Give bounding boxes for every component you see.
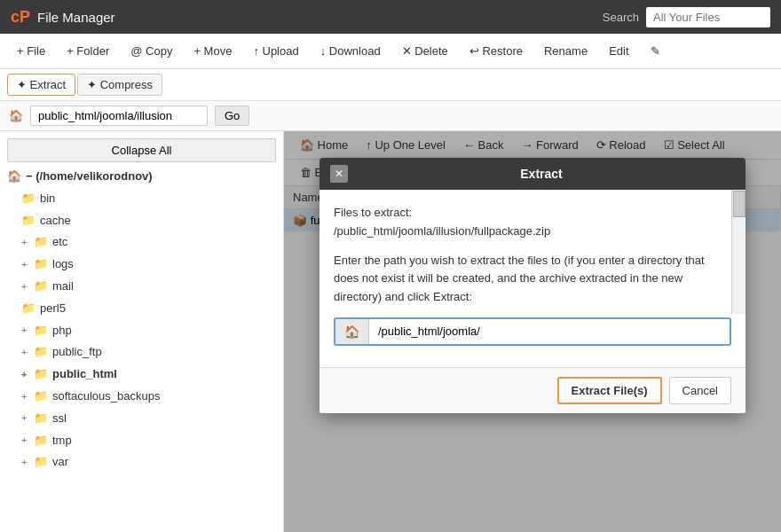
folder-icon: 📁	[34, 343, 48, 362]
main-container: Collapse All 🏠− (/home/velikorodnov)📁bin…	[0, 131, 781, 532]
modal-files-label: Files to extract: /public_html/joomla/il…	[334, 204, 731, 241]
modal-file-path: /public_html/joomla/illusion/fullpackage…	[334, 224, 550, 238]
search-input[interactable]	[646, 7, 770, 27]
sidebar: Collapse All 🏠− (/home/velikorodnov)📁bin…	[0, 131, 284, 532]
tree-label: etc	[52, 233, 67, 252]
header: cP File Manager Search	[0, 0, 781, 34]
modal-scroll-thumb	[733, 191, 746, 217]
tree-item[interactable]: +📁mail	[0, 276, 283, 298]
tree-toggle[interactable]: +	[21, 257, 30, 273]
go-button[interactable]: Go	[215, 106, 249, 126]
modal-instruction: Enter the path you wish to extract the f…	[334, 252, 731, 307]
file-button[interactable]: + File	[7, 39, 55, 63]
tree-label: public_ftp	[52, 343, 102, 362]
move-button[interactable]: + Move	[184, 39, 241, 63]
tree-item[interactable]: +📁etc	[0, 231, 283, 254]
modal-scrollbar[interactable]	[731, 190, 746, 314]
tree-label: − (/home/velikorodnov)	[26, 168, 153, 186]
path-home-icon: 🏠	[9, 109, 23, 122]
tree-item[interactable]: +📁public_html	[0, 364, 283, 386]
tree-label: mail	[52, 278, 74, 296]
extract-modal: ✕ Extract Files to extract: /public_html…	[320, 158, 746, 413]
tree-label: php	[52, 322, 72, 340]
copy-button[interactable]: @ Copy	[121, 39, 182, 63]
folder-icon: 📁	[34, 453, 48, 472]
collapse-all-button[interactable]: Collapse All	[7, 138, 276, 162]
tree-toggle[interactable]: +	[21, 279, 30, 295]
tree-item[interactable]: 📁cache	[0, 210, 283, 232]
tree-item[interactable]: +📁public_ftp	[0, 341, 283, 364]
tree-label: public_html	[52, 365, 117, 384]
tree-label: ssl	[52, 410, 67, 428]
tree-label: bin	[40, 190, 55, 208]
tree-label: logs	[52, 255, 74, 274]
tree-item[interactable]: 🏠− (/home/velikorodnov)	[0, 166, 283, 188]
folder-icon: 🏠	[7, 168, 21, 186]
header-right: Search	[603, 7, 770, 27]
tree-item[interactable]: 📁bin	[0, 188, 283, 210]
toolbar: + File + Folder @ Copy + Move ↑ Upload ↓…	[0, 34, 781, 69]
modal-body: Files to extract: /public_html/joomla/il…	[320, 190, 746, 367]
download-button[interactable]: ↓ Download	[311, 39, 390, 63]
header-title: File Manager	[37, 10, 115, 25]
tree-item[interactable]: 📁perl5	[0, 298, 283, 320]
tree-toggle[interactable]: +	[21, 345, 30, 361]
restore-button[interactable]: ↩ Restore	[460, 39, 532, 63]
cpanel-icon: cP	[11, 8, 30, 27]
search-label: Search	[603, 11, 639, 24]
tree-toggle[interactable]: +	[21, 235, 30, 251]
tree-item[interactable]: +📁tmp	[0, 430, 283, 452]
folder-icon: 📁	[34, 365, 48, 384]
folder-icon: 📁	[34, 322, 48, 340]
tree-label: softaculous_backups	[52, 387, 160, 406]
path-bar: 🏠 Go	[0, 101, 781, 131]
cancel-button[interactable]: Cancel	[669, 377, 731, 404]
tree-label: tmp	[52, 432, 72, 450]
header-left: cP File Manager	[11, 8, 115, 27]
file-tree: 🏠− (/home/velikorodnov)📁bin📁cache+📁etc+📁…	[0, 166, 283, 473]
folder-icon: 📁	[34, 432, 48, 450]
rename-button[interactable]: Rename	[534, 39, 597, 63]
modal-path-home-icon: 🏠	[335, 319, 369, 344]
tree-label: perl5	[40, 300, 66, 318]
modal-footer: Extract File(s) Cancel	[320, 367, 746, 413]
tree-toggle[interactable]: +	[21, 367, 30, 383]
extract-button[interactable]: ✦ Extract	[7, 74, 75, 96]
tree-item[interactable]: +📁php	[0, 320, 283, 342]
modal-path-row: 🏠	[334, 317, 731, 346]
extract-files-button[interactable]: Extract File(s)	[557, 377, 662, 404]
folder-icon: 📁	[34, 410, 48, 428]
edit-icon-button[interactable]: ✎	[641, 39, 670, 63]
folder-icon: 📁	[21, 190, 36, 208]
upload-button[interactable]: ↑ Upload	[243, 39, 308, 63]
tree-toggle[interactable]: +	[21, 323, 30, 339]
folder-icon: 📁	[34, 255, 48, 274]
delete-button[interactable]: ✕ Delete	[392, 39, 458, 63]
folder-icon: 📁	[34, 278, 48, 296]
tree-toggle[interactable]: +	[21, 411, 30, 426]
folder-icon: 📁	[34, 233, 48, 252]
tree-label: var	[52, 453, 68, 472]
tree-item[interactable]: +📁softaculous_backups	[0, 386, 283, 408]
folder-icon: 📁	[21, 300, 36, 318]
edit-button[interactable]: Edit	[599, 39, 638, 63]
modal-overlay: ✕ Extract Files to extract: /public_html…	[284, 131, 781, 532]
modal-header: ✕ Extract	[320, 158, 746, 190]
modal-title: Extract	[520, 167, 562, 181]
tree-item[interactable]: +📁ssl	[0, 408, 283, 430]
tree-item[interactable]: +📁var	[0, 451, 283, 473]
modal-path-input[interactable]	[369, 319, 730, 343]
tree-toggle[interactable]: +	[21, 433, 30, 449]
folder-icon: 📁	[34, 387, 48, 406]
right-panel: 🏠 Home ↑ Up One Level ← Back → Forward ⟳…	[284, 131, 781, 532]
tree-item[interactable]: +📁logs	[0, 254, 283, 276]
path-input[interactable]	[30, 106, 208, 126]
compress-button[interactable]: ✦ Compress	[77, 74, 162, 96]
tree-toggle[interactable]: +	[21, 389, 30, 405]
toolbar2: ✦ Extract ✦ Compress	[0, 69, 781, 101]
tree-toggle[interactable]: +	[21, 455, 30, 471]
modal-close-button[interactable]: ✕	[330, 165, 348, 183]
folder-icon: 📁	[21, 212, 36, 231]
folder-button[interactable]: + Folder	[57, 39, 119, 63]
tree-label: cache	[40, 212, 71, 231]
